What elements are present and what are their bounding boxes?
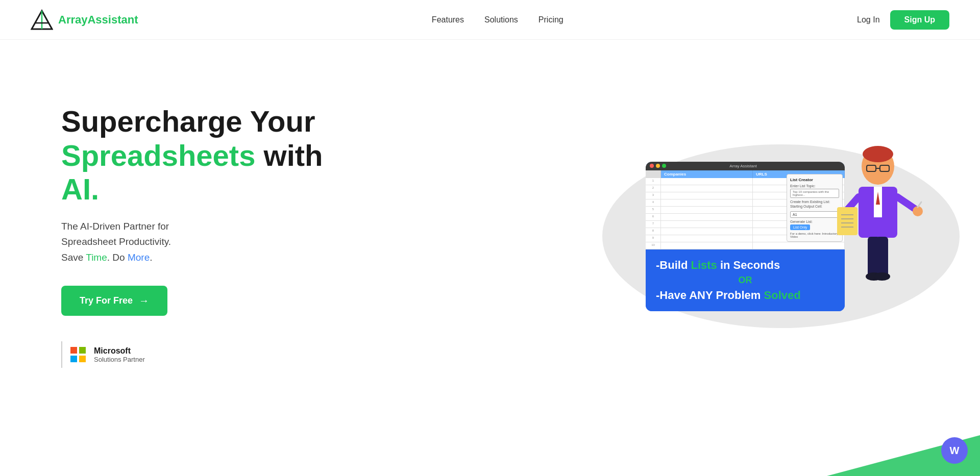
ms-sq-yellow bbox=[79, 356, 86, 362]
ms-label: Solutions Partner bbox=[94, 356, 145, 363]
hero-title: Supercharge Your Spreadsheets with AI. bbox=[61, 105, 327, 207]
nav-links: Features Solutions Pricing bbox=[432, 15, 564, 24]
ss-minimize-dot bbox=[656, 164, 660, 168]
ms-partner-badge: Microsoft Solutions Partner bbox=[61, 341, 327, 368]
product-line1: -Build Lists in Seconds bbox=[656, 259, 835, 272]
product-card: Array Assistant Companies URLS 1 2 3 4 5… bbox=[646, 162, 845, 311]
logo-link[interactable]: ArrayAssistant bbox=[31, 9, 138, 31]
login-button[interactable]: Log In bbox=[857, 15, 879, 24]
svg-rect-14 bbox=[837, 207, 857, 235]
ms-text: Microsoft Solutions Partner bbox=[94, 346, 145, 363]
ss-col-companies: Companies bbox=[661, 170, 753, 178]
hero-subtitle: The AI-Driven Partner for Spreadsheet Pr… bbox=[61, 219, 327, 265]
svg-rect-21 bbox=[876, 237, 888, 278]
product-text-area: -Build Lists in Seconds OR -Have ANY Pro… bbox=[646, 249, 845, 311]
ms-sq-blue bbox=[70, 356, 77, 362]
svg-line-11 bbox=[897, 197, 916, 210]
ss-expand-dot bbox=[662, 164, 666, 168]
nav-item-solutions[interactable]: Solutions bbox=[484, 15, 518, 24]
character-illustration bbox=[827, 136, 929, 311]
nav-solutions-link[interactable]: Solutions bbox=[484, 15, 518, 24]
hero-section: Supercharge Your Spreadsheets with AI. T… bbox=[0, 40, 980, 422]
ms-sq-red bbox=[70, 347, 77, 354]
ss-title-label: Array Assistant bbox=[729, 164, 756, 168]
arrow-icon: → bbox=[139, 295, 149, 307]
hero-left: Supercharge Your Spreadsheets with AI. T… bbox=[61, 105, 327, 368]
svg-point-23 bbox=[874, 272, 890, 281]
svg-point-4 bbox=[863, 146, 893, 162]
nav-actions: Log In Sign Up bbox=[857, 10, 949, 30]
spreadsheet-preview: Array Assistant Companies URLS 1 2 3 4 5… bbox=[646, 162, 845, 249]
nav-item-pricing[interactable]: Pricing bbox=[538, 15, 564, 24]
signup-button[interactable]: Sign Up bbox=[890, 10, 949, 30]
nav-pricing-link[interactable]: Pricing bbox=[538, 15, 564, 24]
product-or: OR bbox=[656, 275, 835, 286]
logo-icon bbox=[31, 9, 53, 31]
try-for-free-button[interactable]: Try For Free → bbox=[61, 286, 167, 316]
character-svg bbox=[827, 136, 929, 309]
ms-sq-green bbox=[79, 347, 86, 354]
panel-output-label: Starting Output Cell: bbox=[790, 205, 822, 208]
navbar: ArrayAssistant Features Solutions Pricin… bbox=[0, 0, 980, 40]
nav-item-features[interactable]: Features bbox=[432, 15, 464, 24]
ms-logo-grid bbox=[70, 347, 86, 362]
table-row: 10 bbox=[646, 242, 845, 249]
panel-generate-button[interactable]: List Only bbox=[790, 224, 810, 230]
hero-right: Array Assistant Companies URLS 1 2 3 4 5… bbox=[572, 162, 919, 311]
ms-divider bbox=[61, 341, 62, 368]
ss-topbar: Array Assistant bbox=[646, 162, 845, 170]
product-line2: -Have ANY Problem Solved bbox=[656, 289, 835, 302]
ss-close-dot bbox=[650, 164, 654, 168]
try-for-free-label: Try For Free bbox=[80, 295, 133, 306]
nav-features-link[interactable]: Features bbox=[432, 15, 464, 24]
svg-line-19 bbox=[918, 202, 921, 207]
logo-text: ArrayAssistant bbox=[58, 13, 138, 27]
ms-name: Microsoft bbox=[94, 346, 145, 356]
ss-row-num-header bbox=[646, 170, 661, 178]
